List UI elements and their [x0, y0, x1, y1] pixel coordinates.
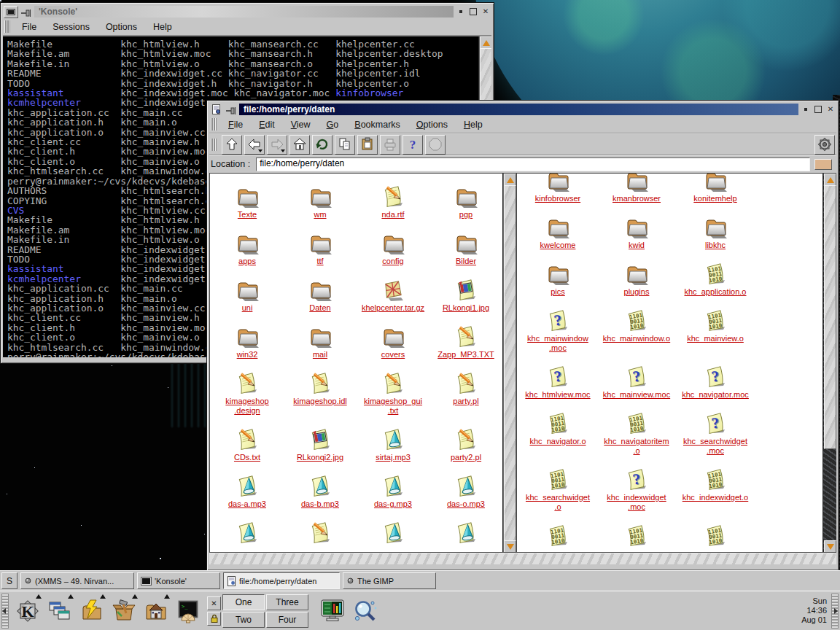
file-icon-win32[interactable]: win32 [211, 324, 284, 359]
desktop-button-three[interactable]: Three [266, 594, 308, 610]
reload-button[interactable] [312, 135, 332, 155]
close-button[interactable]: ✕ [481, 7, 491, 17]
file-icon-konitemhelp[interactable]: konitemhelp [676, 174, 755, 203]
file-icon-covers[interactable]: covers [357, 324, 429, 359]
k-menu-icon[interactable]: K [13, 595, 42, 627]
task--xmms-49-nirvan-[interactable]: (XMMS – 49. Nirvan... [20, 572, 134, 589]
konsole-titlebar[interactable]: 'Konsole' ✕ [3, 5, 491, 18]
file-icon-Bilder[interactable]: Bilder [429, 230, 502, 266]
pin-icon[interactable] [225, 105, 237, 114]
file-icon-das-g.mp3[interactable]: das-g.mp3 [357, 473, 429, 509]
file-icon-kimageshop_gui.txt[interactable]: kimageshop_gui.txt [357, 370, 429, 416]
toolbar-grip[interactable] [211, 139, 217, 151]
file-icon-mail[interactable]: mail [284, 324, 357, 359]
file-icon-das-b.mp3[interactable]: das-b.mp3 [284, 473, 357, 509]
right-pane-scrollbar[interactable] [822, 174, 836, 553]
home-icon[interactable] [141, 595, 171, 627]
file-icon-party.pl[interactable]: party.pl [429, 370, 502, 416]
window-list-icon[interactable] [45, 595, 74, 627]
file-icon-partial[interactable] [211, 520, 284, 546]
file-icon-partial[interactable] [429, 520, 502, 546]
system-monitor-icon[interactable] [319, 595, 348, 627]
print-button[interactable] [380, 135, 400, 155]
file-icon-config[interactable]: config [357, 230, 429, 266]
file-icon-kimageshop.idl[interactable]: kimageshop.idl [284, 370, 357, 416]
file-icon-sirtaj.mp3[interactable]: sirtaj.mp3 [357, 427, 429, 462]
scroll-down-icon[interactable] [824, 540, 836, 553]
help-button[interactable]: ? [402, 135, 423, 155]
konsole-menu-file[interactable]: File [15, 21, 44, 33]
filemanager-menu-view[interactable]: View [284, 119, 318, 131]
konsole-icon[interactable]: >_ [174, 595, 203, 627]
paste-button[interactable] [357, 135, 378, 155]
file-icon-uni[interactable]: uni [211, 277, 284, 313]
file-icon-khc_indexwidget.o[interactable]: 110100111010khc_indexwidget.o [676, 467, 755, 512]
maximize-button[interactable] [468, 7, 478, 17]
menubar-grip[interactable] [211, 118, 217, 131]
right-directory-pane[interactable]: kinfobrowserkmanbrowserkonitemhelpkwelco… [516, 174, 823, 553]
file-icon-wm[interactable]: wm [284, 184, 357, 219]
file-icon-partial[interactable]: 110100111010 [518, 523, 597, 549]
file-icon-khc_mainwindow.moc[interactable]: ??khc_mainwindow.moc [518, 308, 597, 353]
left-directory-pane[interactable]: Textewmnda.rtfpgpappsttfconfigBilderuniD… [209, 174, 503, 553]
file-icon-Daten[interactable]: Daten [284, 277, 357, 313]
desktop-button-four[interactable]: Four [266, 612, 308, 628]
close-button[interactable]: ✕ [825, 105, 836, 114]
location-input[interactable]: file:/home/perry/daten [256, 158, 810, 171]
left-pane-scrollbar[interactable] [502, 174, 516, 553]
window-title[interactable]: file:/home/perry/daten [239, 104, 798, 115]
iconify-button[interactable] [801, 105, 811, 114]
konsole-app-icon[interactable] [4, 6, 18, 18]
task--konsole-[interactable]: 'Konsole' [137, 572, 220, 589]
kde-gear-button[interactable] [814, 135, 835, 155]
logout-button[interactable]: ✕ [207, 596, 221, 610]
file-icon-kimageshop.design[interactable]: kimageshop.design [211, 370, 284, 416]
konsole-menu-options[interactable]: Options [98, 21, 144, 33]
file-icon-party2.pl[interactable]: party2.pl [429, 427, 502, 462]
scroll-up-icon[interactable] [824, 174, 836, 186]
filemanager-menu-edit[interactable]: Edit [252, 119, 282, 131]
file-icon-khc_indexwidget.moc[interactable]: ??khc_indexwidget.moc [597, 467, 676, 512]
scroll-thumb[interactable] [824, 185, 836, 449]
filemanager-menu-help[interactable]: Help [456, 119, 490, 131]
file-icon-khc_mainview.o[interactable]: 110100111010khc_mainview.o [676, 308, 755, 353]
file-icon-khc_mainwindow.o[interactable]: 110100111010khc_mainwindow.o [597, 308, 676, 353]
filemanager-menu-options[interactable]: Options [409, 119, 455, 131]
magnifier-icon[interactable] [351, 595, 380, 627]
file-icon-pics[interactable]: pics [518, 261, 597, 297]
file-icon-pgp[interactable]: pgp [429, 184, 502, 219]
lock-screen-button[interactable] [207, 612, 221, 626]
file-icon-RLkonqi2.jpg[interactable]: RLkonqi2.jpg [284, 427, 357, 462]
file-icon-kwelcome[interactable]: kwelcome [518, 214, 597, 250]
file-icon-nda.rtf[interactable]: nda.rtf [357, 184, 429, 219]
file-icon-khc_searchwidget.o[interactable]: 110100111010khc_searchwidget.o [518, 467, 597, 512]
desktop-button-one[interactable]: One [222, 594, 265, 610]
file-icon-partial[interactable] [284, 520, 357, 546]
maximize-button[interactable] [813, 105, 823, 114]
task-file-home-perry-daten[interactable]: file:/home/perry/daten [223, 572, 340, 589]
filemanager-titlebar[interactable]: file:/home/perry/daten ✕ [209, 103, 836, 116]
file-icon-kinfobrowser[interactable]: kinfobrowser [518, 174, 597, 203]
file-icon-khc_navigator.moc[interactable]: ??khc_navigator.moc [676, 364, 755, 400]
file-icon-das-o.mp3[interactable]: das-o.mp3 [429, 473, 502, 509]
file-icon-kmanbrowser[interactable]: kmanbrowser [597, 174, 676, 203]
kfm-app-icon[interactable] [210, 104, 223, 115]
file-icon-plugins[interactable]: plugins [597, 261, 676, 297]
iconify-button[interactable] [456, 7, 466, 17]
panel-right-handle[interactable] [831, 594, 839, 629]
file-icon-partial[interactable] [357, 520, 429, 546]
disk-navigator-icon[interactable] [77, 595, 106, 627]
file-icon-apps[interactable]: apps [211, 230, 284, 266]
file-icon-khc_navigator.o[interactable]: 110100111010khc_navigator.o [518, 411, 597, 456]
task-the-gimp[interactable]: The GIMP [343, 572, 436, 589]
scroll-thumb[interactable] [504, 185, 516, 541]
file-icon-kwid[interactable]: kwid [597, 214, 676, 250]
file-icon-partial[interactable]: 110100111010 [597, 523, 676, 549]
home-button[interactable] [289, 135, 310, 155]
filemanager-menu-bookmarks[interactable]: Bookmarks [347, 119, 408, 131]
horizontal-scrollbar[interactable] [209, 552, 836, 564]
menubar-grip[interactable] [4, 20, 10, 33]
konsole-menu-help[interactable]: Help [146, 21, 179, 33]
stop-button[interactable] [425, 135, 446, 155]
file-icon-khc_mainview.moc[interactable]: ??khc_mainview.moc [597, 364, 676, 400]
